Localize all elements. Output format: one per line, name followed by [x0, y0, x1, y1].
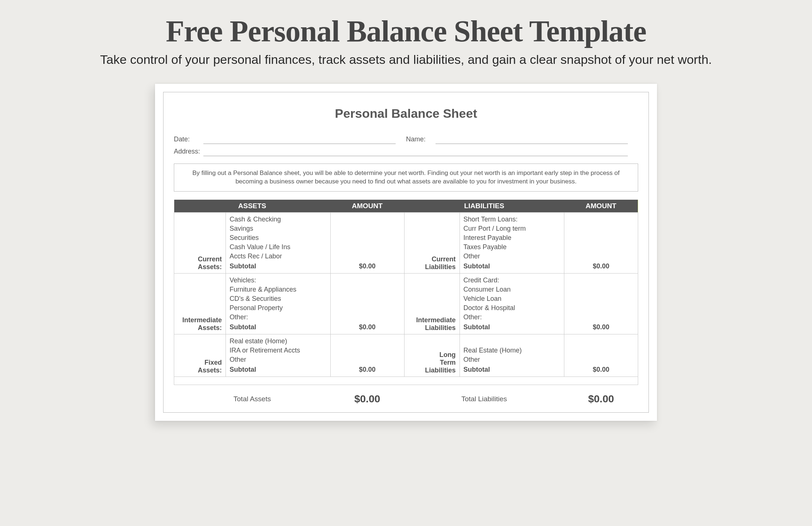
list-item: Taxes Payable [464, 243, 561, 252]
sheet-title: Personal Balance Sheet [174, 106, 638, 121]
spacer-row [174, 377, 638, 385]
list-item: IRA or Retirement Accts [230, 346, 327, 355]
col-liabilities: LIABILITIES [404, 200, 564, 213]
list-item: Credit Card: [464, 276, 561, 285]
balance-table: ASSETS AMOUNT LIABILITIES AMOUNT Current… [174, 200, 638, 408]
col-amount-1: AMOUNT [330, 200, 404, 213]
totals-row: Total Assets $0.00 Total Liabilities $0.… [174, 385, 638, 408]
asset-subtotal-value: $0.00 [330, 212, 404, 273]
document-frame: Personal Balance Sheet Date: Name: Addre… [163, 92, 649, 413]
liability-subtotal-value: $0.00 [564, 212, 638, 273]
list-item: Furniture & Appliances [230, 285, 327, 294]
liability-subtotal-value: $0.00 [564, 334, 638, 377]
date-label: Date: [174, 135, 203, 144]
liability-subtotal-label: Subtotal [464, 364, 561, 374]
list-item: Doctor & Hospital [464, 303, 561, 313]
col-assets: ASSETS [174, 200, 331, 213]
liability-category-label: CurrentLiabilities [404, 212, 460, 273]
total-assets-label: Total Assets [174, 385, 331, 408]
address-field-line[interactable] [203, 148, 628, 156]
asset-category-label: IntermediateAssets: [174, 273, 226, 334]
name-label: Name: [406, 135, 436, 144]
asset-subtotal-label: Subtotal [230, 322, 327, 332]
list-item: Accts Rec / Labor [230, 252, 327, 261]
page-title: Free Personal Balance Sheet Template [0, 14, 812, 49]
liability-subtotal-label: Subtotal [464, 261, 561, 271]
asset-subtotal-value: $0.00 [330, 273, 404, 334]
list-item: Interest Payable [464, 233, 561, 243]
list-item: Cash Value / Life Ins [230, 243, 327, 252]
liability-items: Short Term Loans:Curr Port / Long termIn… [460, 212, 564, 273]
liability-items: Real Estate (Home)OtherSubtotal [460, 334, 564, 377]
asset-subtotal-label: Subtotal [230, 364, 327, 374]
total-assets-value: $0.00 [330, 385, 404, 408]
list-item: Real Estate (Home) [464, 346, 561, 355]
asset-subtotal-value: $0.00 [330, 334, 404, 377]
total-liabilities-label: Total Liabilities [404, 385, 564, 408]
liability-category-label: LongTerm Liabilities [404, 334, 460, 377]
date-field-line[interactable] [203, 136, 396, 144]
list-item: Other: [230, 313, 327, 322]
list-item: Consumer Loan [464, 285, 561, 294]
asset-category-label: FixedAssets: [174, 334, 226, 377]
asset-subtotal-label: Subtotal [230, 261, 327, 271]
asset-items: Real estate (Home)IRA or Retirement Acct… [226, 334, 331, 377]
page-subtitle: Take control of your personal finances, … [0, 52, 812, 67]
liability-subtotal-label: Subtotal [464, 322, 561, 332]
list-item: CD's & Securities [230, 294, 327, 303]
asset-category-label: CurrentAssets: [174, 212, 226, 273]
list-item: Savings [230, 224, 327, 233]
asset-items: Vehicles:Furniture & AppliancesCD's & Se… [226, 273, 331, 334]
list-item: Short Term Loans: [464, 215, 561, 224]
table-row: IntermediateAssets:Vehicles:Furniture & … [174, 273, 638, 334]
liability-category-label: IntermediateLiabilities [404, 273, 460, 334]
list-item: Other [464, 355, 561, 364]
name-field-line[interactable] [436, 136, 628, 144]
list-item: Real estate (Home) [230, 337, 327, 346]
list-item: Vehicle Loan [464, 294, 561, 303]
liability-subtotal-value: $0.00 [564, 273, 638, 334]
table-row: CurrentAssets:Cash & CheckingSavingsSecu… [174, 212, 638, 273]
table-row: FixedAssets:Real estate (Home)IRA or Ret… [174, 334, 638, 377]
total-liabilities-value: $0.00 [564, 385, 638, 408]
document-card: Personal Balance Sheet Date: Name: Addre… [155, 84, 657, 421]
col-amount-2: AMOUNT [564, 200, 638, 213]
table-header-row: ASSETS AMOUNT LIABILITIES AMOUNT [174, 200, 638, 213]
list-item: Cash & Checking [230, 215, 327, 224]
asset-items: Cash & CheckingSavingsSecuritiesCash Val… [226, 212, 331, 273]
list-item: Vehicles: [230, 276, 327, 285]
list-item: Curr Port / Long term [464, 224, 561, 233]
list-item: Other: [464, 313, 561, 322]
address-label: Address: [174, 148, 203, 156]
list-item: Personal Property [230, 303, 327, 313]
intro-text: By filling out a Personal Balance sheet,… [174, 164, 638, 192]
list-item: Other [464, 252, 561, 261]
list-item: Other [230, 355, 327, 364]
liability-items: Credit Card:Consumer LoanVehicle LoanDoc… [460, 273, 564, 334]
list-item: Securities [230, 233, 327, 243]
meta-fields: Date: Name: Address: [174, 135, 638, 156]
